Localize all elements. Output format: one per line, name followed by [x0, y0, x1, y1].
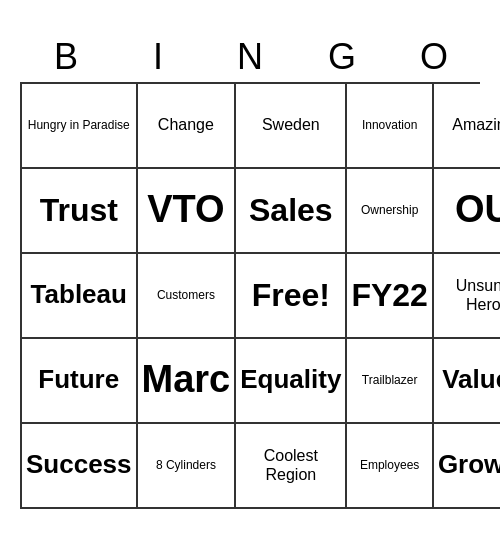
bingo-container: BINGO Hungry in ParadiseChangeSwedenInno…: [20, 36, 480, 509]
cell-text-r3-c0: Future: [38, 364, 119, 395]
cell-text-r0-c0: Hungry in Paradise: [28, 118, 130, 132]
cell-r3-c4: Values: [434, 339, 500, 424]
cell-r0-c0: Hungry in Paradise: [22, 84, 138, 169]
cell-r3-c0: Future: [22, 339, 138, 424]
cell-text-r4-c0: Success: [26, 449, 132, 480]
title-letter-O: O: [388, 36, 480, 78]
cell-r1-c0: Trust: [22, 169, 138, 254]
cell-r4-c2: Coolest Region: [236, 424, 347, 509]
cell-r1-c2: Sales: [236, 169, 347, 254]
cell-text-r2-c4: Unsung Hero: [438, 276, 500, 314]
cell-r3-c2: Equality: [236, 339, 347, 424]
cell-text-r2-c3: FY22: [351, 276, 427, 314]
cell-text-r0-c2: Sweden: [262, 115, 320, 134]
cell-text-r4-c4: Growth: [438, 449, 500, 480]
cell-text-r1-c3: Ownership: [361, 203, 418, 217]
cell-r4-c3: Employees: [347, 424, 433, 509]
cell-text-r2-c1: Customers: [157, 288, 215, 302]
cell-text-r0-c3: Innovation: [362, 118, 417, 132]
cell-r2-c4: Unsung Hero: [434, 254, 500, 339]
cell-r1-c4: OU: [434, 169, 500, 254]
title-letter-I: I: [112, 36, 204, 78]
title-letter-G: G: [296, 36, 388, 78]
cell-r3-c3: Trailblazer: [347, 339, 433, 424]
cell-text-r3-c3: Trailblazer: [362, 373, 418, 387]
title-letter-B: B: [20, 36, 112, 78]
bingo-title: BINGO: [20, 36, 480, 78]
cell-r2-c3: FY22: [347, 254, 433, 339]
cell-text-r2-c2: Free!: [252, 276, 330, 314]
cell-text-r4-c2: Coolest Region: [240, 446, 341, 484]
cell-r0-c2: Sweden: [236, 84, 347, 169]
cell-r4-c0: Success: [22, 424, 138, 509]
cell-text-r0-c1: Change: [158, 115, 214, 134]
cell-text-r3-c2: Equality: [240, 364, 341, 395]
cell-r0-c4: Amazing: [434, 84, 500, 169]
cell-text-r1-c2: Sales: [249, 191, 333, 229]
cell-text-r3-c1: Marc: [142, 357, 231, 403]
cell-text-r4-c1: 8 Cylinders: [156, 458, 216, 472]
cell-r3-c1: Marc: [138, 339, 237, 424]
bingo-grid: Hungry in ParadiseChangeSwedenInnovation…: [20, 82, 480, 509]
cell-text-r2-c0: Tableau: [31, 279, 127, 310]
cell-r0-c3: Innovation: [347, 84, 433, 169]
cell-text-r0-c4: Amazing: [452, 115, 500, 134]
cell-text-r1-c0: Trust: [40, 191, 118, 229]
cell-r4-c1: 8 Cylinders: [138, 424, 237, 509]
cell-r1-c3: Ownership: [347, 169, 433, 254]
cell-r1-c1: VTO: [138, 169, 237, 254]
cell-text-r1-c1: VTO: [147, 187, 224, 233]
cell-text-r4-c3: Employees: [360, 458, 419, 472]
cell-r0-c1: Change: [138, 84, 237, 169]
cell-r2-c0: Tableau: [22, 254, 138, 339]
cell-r4-c4: Growth: [434, 424, 500, 509]
cell-r2-c1: Customers: [138, 254, 237, 339]
cell-text-r3-c4: Values: [442, 364, 500, 395]
cell-r2-c2: Free!: [236, 254, 347, 339]
title-letter-N: N: [204, 36, 296, 78]
cell-text-r1-c4: OU: [455, 187, 500, 233]
